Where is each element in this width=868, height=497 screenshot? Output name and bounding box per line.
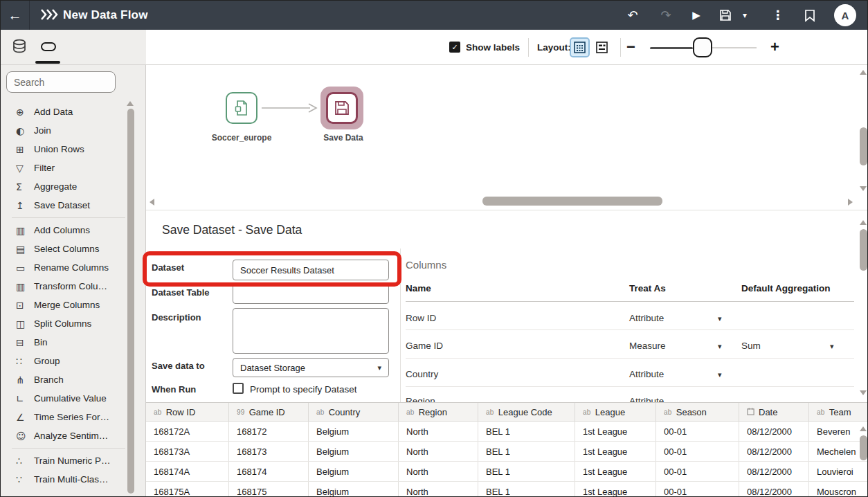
sidebar-item-select-columns[interactable]: ▤Select Columns	[1, 240, 125, 258]
undo-button[interactable]: ↶	[621, 1, 644, 30]
sidebar-item-bin[interactable]: ⊟Bin	[1, 333, 125, 352]
preview-header-cell[interactable]: abSeason	[656, 403, 739, 421]
preview-header-cell[interactable]: Date	[739, 403, 809, 421]
canvas-scroll-up[interactable]	[860, 70, 867, 75]
treat-as-dropdown[interactable]: Attribute	[629, 369, 664, 379]
analyze-sentiment-icon: ☺	[16, 431, 34, 442]
avatar[interactable]: A	[834, 4, 856, 26]
table-row[interactable]: 168174A168174BelgiumNorthBEL 11st League…	[146, 462, 868, 482]
node-soccer-europe[interactable]	[226, 92, 257, 124]
panel-v-scrollbar[interactable]	[860, 229, 867, 271]
chevron-down-icon[interactable]: ▾	[718, 370, 722, 379]
table-row[interactable]: 168175A168175BelgiumNorthBEL 11st League…	[146, 482, 868, 497]
zoom-slider-track-left[interactable]	[650, 47, 693, 49]
panel-scroll-up[interactable]	[860, 220, 867, 225]
tab-steps[interactable]	[37, 38, 60, 59]
redo-button[interactable]: ↷	[654, 1, 678, 30]
sidebar-item-label: Transform Colu…	[34, 281, 107, 291]
dataset-table-input[interactable]	[233, 283, 389, 304]
sidebar-item-rename-columns[interactable]: ▭Rename Columns	[1, 258, 125, 277]
zoom-slider-track-right[interactable]	[712, 47, 757, 48]
sidebar-item-save-dataset[interactable]: ↥Save Dataset	[1, 196, 125, 215]
zoom-slider-thumb[interactable]	[693, 37, 712, 57]
chevron-down-icon[interactable]: ▾	[830, 342, 834, 351]
preview-header-cell[interactable]: 99Game ID	[229, 403, 309, 421]
layout-list-button[interactable]	[593, 39, 611, 56]
sidebar-item-label: Bin	[34, 337, 48, 347]
sidebar-item-join[interactable]: ◐Join	[1, 121, 125, 140]
preview-v-scrollbar[interactable]	[860, 435, 867, 460]
join-icon: ◐	[16, 125, 34, 136]
preview-header-cell[interactable]: abLeague	[575, 403, 656, 421]
search-input[interactable]	[6, 71, 116, 93]
cell: 00-01	[656, 482, 739, 497]
column-header-name: Name	[406, 283, 431, 293]
sidebar-item-time-series-forecast[interactable]: ∠Time Series For…	[1, 408, 125, 426]
more-options-button[interactable]: ⋮	[766, 1, 790, 30]
column-title: Date	[759, 407, 777, 417]
sidebar-item-merge-columns[interactable]: ⊡Merge Columns	[1, 296, 125, 314]
panel-scroll-down[interactable]	[860, 390, 867, 395]
back-button[interactable]: ←	[1, 1, 30, 30]
sidebar-scroll-up[interactable]	[127, 101, 134, 106]
canvas-scroll-down[interactable]	[860, 186, 867, 191]
table-row[interactable]: 168173A168173BelgiumNorthBEL 11st League…	[146, 442, 868, 462]
cell: Belgium	[309, 442, 399, 461]
run-button[interactable]: ▶	[685, 1, 708, 30]
cell: Belgium	[309, 482, 399, 497]
treat-as-dropdown[interactable]: Attribute	[629, 313, 664, 323]
canvas-v-scrollbar[interactable]	[860, 127, 867, 165]
sidebar-item-add-data[interactable]: ⊕Add Data	[1, 102, 125, 121]
dataset-table-label: Dataset Table	[152, 287, 210, 298]
layout-grid-button[interactable]	[571, 39, 588, 56]
connector-arrow	[260, 101, 321, 115]
select-columns-icon: ▤	[16, 244, 34, 255]
preview-header-cell[interactable]: abRegion	[399, 403, 478, 421]
tab-data-sources[interactable]	[8, 38, 31, 59]
sidebar-item-aggregate[interactable]: ΣAggregate	[1, 177, 125, 196]
sidebar-item-transform-columns[interactable]: ▥Transform Colu…	[1, 277, 125, 296]
step-editor-panel: Save Dataset - Save Data Dataset Dataset…	[146, 210, 868, 402]
sidebar-item-train-numeric-prediction[interactable]: ∴Train Numeric P…	[1, 451, 125, 470]
sidebar-item-branch[interactable]: ⋔Branch	[1, 370, 125, 389]
columns-header-rule	[406, 301, 854, 302]
sidebar-item-label: Time Series For…	[34, 412, 109, 422]
zoom-out-button[interactable]: −	[626, 38, 635, 56]
train-multi-icon: ∵	[16, 474, 34, 485]
flow-canvas[interactable]: Soccer_europe Save Data	[146, 65, 868, 210]
preview-header-cell[interactable]: abLeague Code	[478, 403, 575, 421]
node-save-data[interactable]	[326, 92, 358, 124]
sidebar-item-union-rows[interactable]: ⊞Union Rows	[1, 140, 125, 159]
zoom-in-button[interactable]: +	[770, 38, 779, 56]
sidebar-scrollbar[interactable]	[127, 109, 134, 494]
chevron-down-icon[interactable]: ▾	[718, 314, 722, 323]
preview-scroll-up[interactable]	[860, 426, 867, 431]
preview-header-cell[interactable]: abRow ID	[146, 403, 229, 421]
sidebar-item-group[interactable]: ∷Group	[1, 352, 125, 370]
sidebar-item-filter[interactable]: ▽Filter	[1, 159, 125, 177]
treat-as-dropdown[interactable]: Measure	[629, 341, 666, 351]
preview-header-cell[interactable]: abTeam	[809, 403, 868, 421]
sidebar-item-add-columns[interactable]: ▥Add Columns	[1, 221, 125, 240]
dataset-input[interactable]	[233, 260, 389, 280]
preview-header-cell[interactable]: abCountry	[309, 403, 399, 421]
sidebar-item-cumulative-value[interactable]: ∟Cumulative Value	[1, 389, 125, 408]
canvas-h-scrollbar[interactable]	[482, 197, 662, 206]
show-labels-checkbox[interactable]: ✓	[449, 42, 460, 53]
save-menu-button[interactable]: ▾	[736, 1, 754, 30]
canvas-scroll-right[interactable]	[848, 199, 853, 206]
description-input[interactable]	[233, 308, 389, 354]
sidebar-item-analyze-sentiment[interactable]: ☺Analyze Sentim…	[1, 426, 125, 445]
sidebar-item-label: Analyze Sentim…	[34, 431, 108, 441]
bookmark-button[interactable]	[798, 1, 822, 30]
chevron-down-icon[interactable]: ▾	[718, 342, 722, 351]
aggregation-dropdown[interactable]: Sum	[741, 341, 761, 351]
sidebar-item-split-columns[interactable]: ◫Split Columns	[1, 314, 125, 333]
sidebar-item-train-multi-classifier[interactable]: ∵Train Multi-Clas…	[1, 470, 125, 489]
prompt-dataset-checkbox[interactable]	[233, 383, 244, 394]
table-row[interactable]: 168172A168172BelgiumNorthBEL 11st League…	[146, 422, 868, 442]
description-label: Description	[152, 312, 201, 323]
canvas-scroll-left[interactable]	[150, 199, 154, 206]
save-button[interactable]	[714, 1, 737, 30]
save-data-to-select[interactable]: Dataset Storage ▾	[233, 358, 389, 377]
